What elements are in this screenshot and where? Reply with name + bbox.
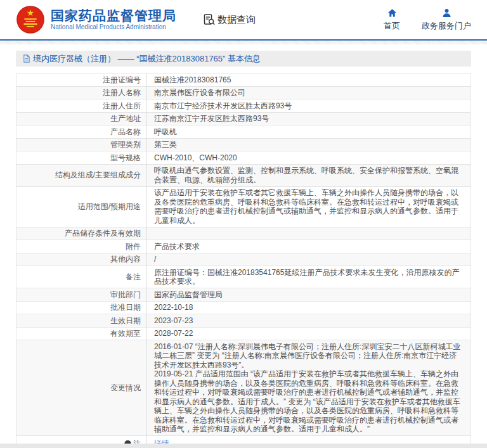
row-label: 有效期至 (16, 328, 147, 340)
row-value: 2016-01-07 “注册人名称:深圳晨伟电子有限公司；注册人住所:深圳宝安二… (147, 340, 471, 435)
row-label-text: 注册证编号 (103, 75, 141, 85)
row-label-text: 有效期至 (110, 329, 141, 338)
row-value (147, 227, 471, 240)
row-label-text: 审批部门 (110, 290, 141, 300)
info-table: 注册证编号 国械注准20183081765 注册人名称 南京晨伟医疗设备有限公司 (16, 73, 471, 448)
row-value: 呼吸机 (147, 125, 471, 138)
row-label-text: 产品名称 (110, 127, 141, 137)
table-row: 注册人住所 南京市江宁经济技术开发区胜太西路93号 (16, 99, 471, 113)
row-label-text: 适用范围/预期用途 (78, 202, 141, 212)
row-label-text: 变更情况 (110, 383, 141, 393)
data-query-label: 数据查询 (218, 14, 256, 26)
row-value: 该产品适用于安装在救护车或者其它救援车辆上、车辆之外由操作人员随身携带的场合，以… (147, 187, 471, 227)
table-row: 生效日期 2023-07-23 (16, 314, 471, 328)
org-name-cn: 国家药品监督管理局 (51, 8, 176, 23)
table-row: 管理类别 第三类 (16, 139, 471, 152)
footer-strip (0, 444, 487, 448)
table-row: 有效期至 2028-07-22 (16, 328, 471, 341)
row-value: 呼吸机由通气参数设置、监测、控制和显示系统、呼吸系统、安全保护和报警系统、空氧混… (147, 165, 471, 186)
row-label-text: 生效日期 (110, 316, 141, 326)
page: 国家药品监督管理局 National Medical Products Admi… (0, 0, 487, 448)
data-query-icon (203, 13, 216, 26)
row-label-text: 生产地址 (110, 114, 141, 124)
row-value: 第三类 (147, 139, 471, 151)
portal-nav[interactable]: 政务服务门户 (422, 8, 471, 32)
row-label: 生效日期 (16, 314, 147, 327)
table-row: 其他内容 / (16, 253, 471, 267)
document-icon (22, 54, 30, 63)
row-label: 管理类别 (16, 139, 147, 151)
table-row: 注册证编号 国械注准20183081765 (16, 74, 471, 87)
row-label-text: 型号规格 (110, 153, 141, 163)
table-row: 产品名称 呼吸机 (16, 125, 471, 139)
table-row: 适用范围/预期用途 该产品适用于安装在救护车或者其它救援车辆上、车辆之外由操作人… (16, 187, 471, 227)
table-row: 变更情况 2016-01-07 “注册人名称:深圳晨伟电子有限公司；注册人住所:… (16, 340, 471, 436)
row-label: 生产地址 (16, 113, 147, 125)
row-value: 2023-07-23 (147, 314, 471, 327)
row-value: 2022-10-18 (147, 302, 471, 314)
table-row: 备注 原注册证编号：国械注准20183541765延续注册产品技术要求未发生变化… (16, 266, 471, 288)
table-row: 型号规格 CWH-2010、CWH-2020 (16, 151, 471, 165)
row-value: 南京晨伟医疗设备有限公司 (147, 87, 471, 99)
row-value: CWH-2010、CWH-2020 (147, 151, 471, 164)
row-value: 南京市江宁经济技术开发区胜太西路93号 (147, 99, 471, 112)
row-label: 产品储存条件及有效期 (16, 227, 147, 240)
row-label-text: 注册人名称 (103, 88, 141, 98)
national-emblem-logo (16, 5, 45, 34)
row-label: 注册证编号 (16, 74, 147, 86)
row-value: 江苏南京江宁开发区胜太西路93号 (147, 113, 471, 125)
table-row: 批准日期 2022-10-18 (16, 302, 471, 315)
row-label-text: 批准日期 (110, 303, 141, 312)
row-value: 国家药品监督管理局 (147, 288, 471, 301)
data-query-nav[interactable]: 数据查询 (203, 13, 256, 26)
portal-label: 政务服务门户 (422, 20, 471, 32)
table-row: 结构及组成/主要组成成分 呼吸机由通气参数设置、监测、控制和显示系统、呼吸系统、… (16, 165, 471, 187)
header-hatch-texture (0, 41, 487, 44)
row-label: 产品名称 (16, 125, 147, 138)
row-value: 国械注准20183081765 (147, 74, 471, 86)
row-label-text: 结构及组成/主要组成成分 (55, 170, 141, 180)
row-label-text: 备注 (126, 272, 141, 282)
table-row: 附件 产品技术要求 (16, 240, 471, 253)
table-row: 审批部门 国家药品监督管理局 (16, 288, 471, 302)
site-header: 国家药品监督管理局 National Medical Products Admi… (0, 0, 487, 39)
row-value: / (147, 253, 471, 266)
row-label: 型号规格 (16, 151, 147, 164)
row-value: 2028-07-22 (147, 328, 471, 340)
row-label-text: 附件 (126, 242, 141, 252)
row-value: 产品技术要求 (147, 240, 471, 253)
org-names: 国家药品监督管理局 National Medical Products Admi… (51, 8, 176, 31)
row-label: 变更情况 (16, 340, 147, 435)
row-label: 适用范围/预期用途 (16, 187, 147, 227)
home-icon (387, 8, 398, 18)
home-nav[interactable]: 首页 (384, 8, 400, 32)
table-row: 生产地址 江苏南京江宁开发区胜太西路93号 (16, 113, 471, 126)
row-label: 注册人住所 (16, 99, 147, 112)
row-label: 批准日期 (16, 302, 147, 314)
row-label: 结构及组成/主要组成成分 (16, 165, 147, 186)
org-name-en: National Medical Products Administration (51, 23, 176, 31)
table-row: 产品储存条件及有效期 (16, 227, 471, 241)
row-label-text: 产品储存条件及有效期 (65, 229, 141, 238)
row-label-text: 管理类别 (110, 140, 141, 150)
breadcrumb: 境内医疗器械（注册） —— “国械注准20183081765” 基本信息 (16, 51, 471, 67)
row-label: 注册人名称 (16, 87, 147, 99)
row-label: 附件 (16, 240, 147, 253)
table-row: 注册人名称 南京晨伟医疗设备有限公司 (16, 87, 471, 100)
home-label: 首页 (384, 20, 400, 32)
breadcrumb-text: 境内医疗器械（注册） —— “国械注准20183081765” 基本信息 (33, 53, 261, 65)
row-label: 其他内容 (16, 253, 147, 266)
row-label-text: 其他内容 (110, 255, 141, 264)
row-label: 备注 (16, 266, 147, 288)
row-label: 审批部门 (16, 288, 147, 301)
row-label-text: 注册人住所 (103, 101, 141, 111)
user-icon (441, 8, 452, 18)
row-value: 原注册证编号：国械注准20183541765延续注册产品技术要求未发生变化，沿用… (147, 266, 471, 288)
